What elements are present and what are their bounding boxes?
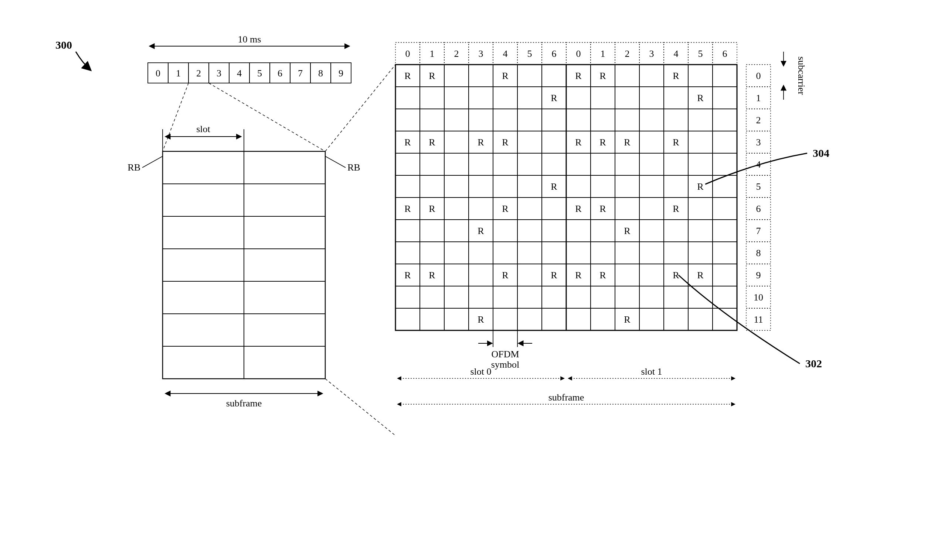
resource-element-R: R [673, 137, 679, 148]
svg-line-3 [163, 83, 188, 151]
resource-element [639, 308, 664, 331]
resource-element [420, 175, 444, 197]
row-header-label: 3 [756, 137, 761, 148]
col-header-label: 1 [601, 48, 605, 59]
rb-cell [244, 216, 325, 249]
resource-element [517, 109, 542, 131]
svg-line-9 [142, 156, 163, 168]
col-header-label: 0 [405, 48, 410, 59]
svg-line-13 [325, 379, 395, 435]
resource-element-R: R [575, 71, 582, 81]
resource-element [517, 153, 542, 175]
resource-element [517, 286, 542, 308]
resource-element-R: R [673, 203, 679, 214]
resource-element-R: R [502, 137, 509, 148]
resource-element [420, 242, 444, 264]
resource-element [420, 220, 444, 242]
resource-element [639, 87, 664, 109]
row-header-label: 6 [756, 203, 761, 214]
resource-element-R: R [405, 71, 411, 81]
resource-element [395, 153, 420, 175]
resource-element [469, 197, 493, 220]
row-header-label: 2 [756, 115, 761, 126]
resource-element [469, 109, 493, 131]
resource-element [469, 286, 493, 308]
rb-cell [244, 314, 325, 346]
resource-element [395, 109, 420, 131]
resource-element [444, 308, 469, 331]
figure-number-arrow [76, 52, 91, 70]
resource-element [688, 65, 713, 87]
subframe-block: slotRBRBsubframe [128, 65, 395, 435]
resource-element [615, 286, 639, 308]
resource-element [420, 308, 444, 331]
resource-element-R: R [697, 270, 704, 280]
resource-element [615, 197, 639, 220]
subframe-block-bottom-label: subframe [226, 398, 262, 409]
resource-element [639, 264, 664, 286]
rb-cell [163, 281, 244, 314]
resource-element [591, 220, 615, 242]
resource-element-R: R [405, 270, 411, 280]
resource-element-R: R [502, 71, 509, 81]
resource-element [639, 153, 664, 175]
resource-element [444, 242, 469, 264]
col-header-label: 2 [454, 48, 459, 59]
resource-element [493, 153, 517, 175]
callout-302: 302 [805, 357, 822, 369]
resource-element [713, 175, 737, 197]
rb-right-label: RB [347, 162, 360, 173]
lte-resource-grid-figure: 300 10 ms0123456789 slotRBRBsubframe 012… [0, 0, 931, 560]
resource-element-R: R [599, 71, 606, 81]
resource-element-R: R [551, 93, 557, 103]
resource-element [420, 87, 444, 109]
ofdm-symbol-label: OFDMsymbol [491, 349, 520, 370]
resource-element [615, 65, 639, 87]
resource-element [688, 308, 713, 331]
svg-line-12 [325, 65, 395, 151]
resource-element [517, 220, 542, 242]
resource-element-R: R [405, 137, 411, 148]
resource-element [664, 242, 688, 264]
resource-grid: 0123456012345601234567891011subcarrierRR… [395, 42, 829, 404]
resource-element [493, 109, 517, 131]
resource-element [469, 175, 493, 197]
resource-element-R: R [551, 270, 557, 280]
resource-element [591, 109, 615, 131]
resource-element [688, 197, 713, 220]
resource-element [493, 308, 517, 331]
resource-element-R: R [599, 137, 606, 148]
resource-element [713, 109, 737, 131]
resource-element-R: R [429, 71, 435, 81]
resource-element [395, 308, 420, 331]
resource-element [444, 286, 469, 308]
resource-element [444, 153, 469, 175]
resource-element [688, 109, 713, 131]
resource-element [688, 131, 713, 153]
resource-element [566, 153, 591, 175]
frame-strip: 10 ms0123456789 [148, 34, 351, 151]
resource-element [591, 242, 615, 264]
resource-element [615, 242, 639, 264]
row-header-label: 8 [756, 248, 761, 258]
resource-element [420, 153, 444, 175]
col-header-label: 2 [625, 48, 630, 59]
slot0-label: slot 0 [470, 366, 491, 377]
resource-element [444, 65, 469, 87]
resource-element [493, 220, 517, 242]
resource-element [542, 153, 566, 175]
rb-cell [163, 249, 244, 281]
resource-element [639, 197, 664, 220]
rb-left-label: RB [128, 162, 140, 173]
frame-subframe-index: 9 [338, 68, 343, 78]
resource-element [444, 264, 469, 286]
resource-element [395, 242, 420, 264]
resource-element [566, 242, 591, 264]
resource-element [444, 197, 469, 220]
resource-element [688, 153, 713, 175]
resource-element [713, 242, 737, 264]
rb-cell [244, 249, 325, 281]
resource-element [591, 153, 615, 175]
svg-line-10 [325, 156, 346, 168]
resource-element [713, 264, 737, 286]
